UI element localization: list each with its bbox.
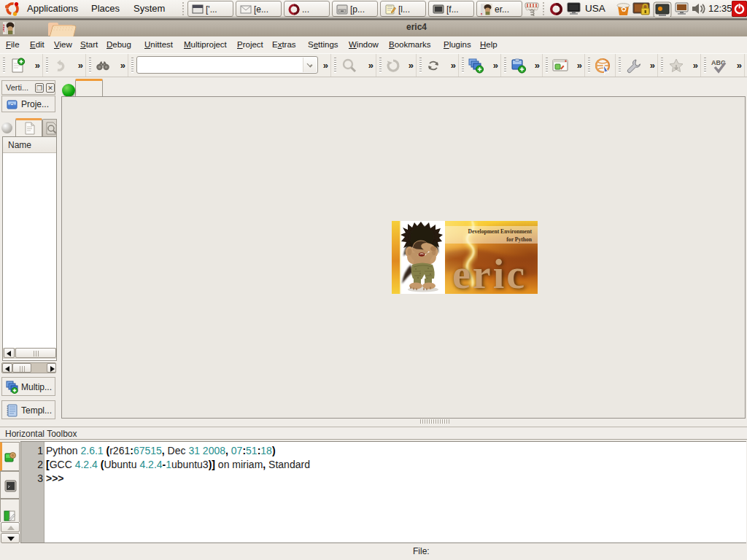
svg-text:Development Environment: Development Environment (468, 228, 533, 235)
svg-text:for Python: for Python (506, 236, 532, 243)
svg-text:ERIC: ERIC (3, 24, 4, 33)
svg-text:ERIC: ERIC (481, 13, 482, 15)
svg-text:eric: eric (452, 252, 527, 294)
